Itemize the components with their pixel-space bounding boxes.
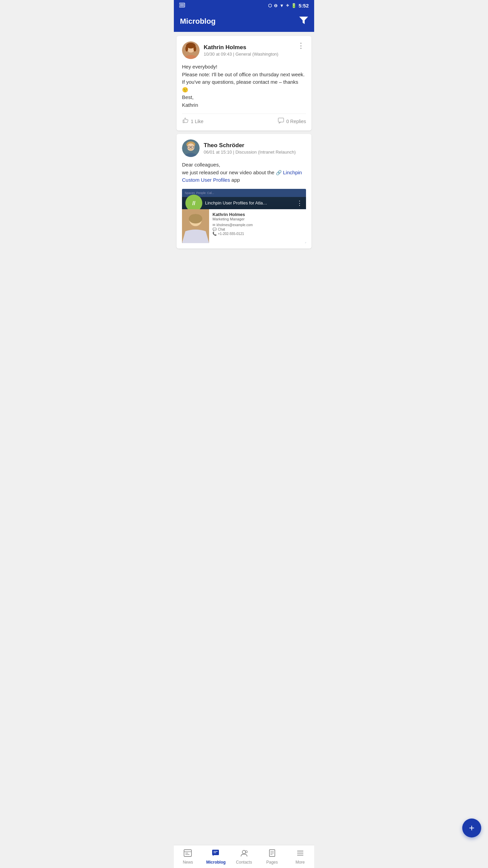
video-card-email: kholmes@example.com — [217, 223, 253, 227]
author-name-2: Theo Schröder — [204, 142, 296, 149]
like-action-1[interactable]: 1 Like — [182, 117, 203, 125]
post-header-left-2: Theo Schröder 06/01 at 15:10 | Discussio… — [182, 139, 296, 157]
chat-icon-video: 💬 — [212, 228, 217, 231]
video-card-name: Kathrin Holmes — [212, 212, 303, 217]
video-title: Linchpin User Profiles for Atla… — [205, 200, 267, 205]
email-icon-video: ✉ — [212, 223, 215, 227]
reply-icon-1 — [278, 117, 284, 125]
posts-list: Kathrin Holmes 10/30 at 09:43 | General … — [174, 32, 314, 276]
svg-point-25 — [189, 214, 202, 223]
post-meta-1: 10/30 at 09:43 | General (Washington) — [204, 52, 278, 57]
bluetooth-icon: ⬡ — [268, 3, 272, 8]
status-time: 5:52 — [299, 3, 309, 8]
wifi-icon: ▼ — [280, 3, 284, 8]
battery-icon: 🔋 — [291, 3, 297, 8]
post-author-info-1: Kathrin Holmes 10/30 at 09:43 | General … — [204, 44, 278, 57]
post-card-1: Kathrin Holmes 10/30 at 09:43 | General … — [177, 36, 311, 131]
svg-rect-1 — [180, 4, 184, 6]
post-header-2: Theo Schröder 06/01 at 15:10 | Discussio… — [182, 139, 306, 157]
video-card-chat: Chat — [218, 228, 225, 231]
reply-count-1: 0 Replies — [286, 119, 306, 124]
status-bar: ⬡ ⊖ ▼ ✈ 🔋 5:52 — [174, 0, 314, 11]
post-author-info-2: Theo Schröder 06/01 at 15:10 | Discussio… — [204, 142, 296, 155]
post-link-2[interactable]: Linchpin Custom User Profiles — [182, 170, 302, 183]
post-meta-2: 06/01 at 15:10 | Discussion (Intranet Re… — [204, 150, 296, 155]
filter-icon[interactable] — [299, 17, 308, 26]
status-bar-right: ⬡ ⊖ ▼ ✈ 🔋 5:52 — [268, 3, 309, 8]
status-bar-left — [179, 2, 186, 9]
author-name-1: Kathrin Holmes — [204, 44, 278, 51]
avatar-2 — [182, 139, 200, 157]
page-title: Microblog — [180, 17, 216, 26]
svg-marker-2 — [299, 17, 308, 24]
post-header-1: Kathrin Holmes 10/30 at 09:43 | General … — [182, 41, 306, 59]
post-footer-1: 1 Like 0 Replies — [182, 114, 306, 125]
reply-action-1[interactable]: 0 Replies — [278, 117, 306, 125]
like-icon-1 — [182, 117, 189, 125]
svg-text://: // — [192, 200, 196, 206]
dnd-icon: ⊖ — [274, 3, 278, 8]
post-card-2: Theo Schröder 06/01 at 15:10 | Discussio… — [177, 134, 311, 249]
svg-point-8 — [185, 46, 188, 52]
phone-icon-video: 📞 — [212, 232, 217, 236]
video-card-phone: +1-202-555-0121 — [218, 232, 244, 236]
post-body-2: Dear colleagues, we just released our ne… — [182, 161, 306, 184]
video-card-title: Marketing Manager — [212, 217, 303, 221]
app-bar: Microblog — [174, 11, 314, 32]
video-options-icon[interactable]: ⋮ — [297, 199, 303, 207]
post-more-menu-1[interactable]: ⋮ — [296, 41, 306, 50]
video-thumbnail-2[interactable]: Spaces People Cal... // Linchpin User Pr… — [182, 189, 306, 243]
post-header-left-1: Kathrin Holmes 10/30 at 09:43 | General … — [182, 41, 278, 59]
link-icon-2: 🔗 — [276, 169, 282, 176]
svg-rect-11 — [278, 118, 284, 122]
signal-icon: ✈ — [286, 3, 289, 8]
svg-point-18 — [189, 149, 193, 151]
avatar-1 — [182, 41, 200, 59]
post-body-1: Hey everybody! Please note: I'll be out … — [182, 63, 306, 109]
like-count-1: 1 Like — [191, 119, 203, 124]
media-icon — [179, 2, 186, 9]
svg-point-9 — [194, 46, 196, 52]
